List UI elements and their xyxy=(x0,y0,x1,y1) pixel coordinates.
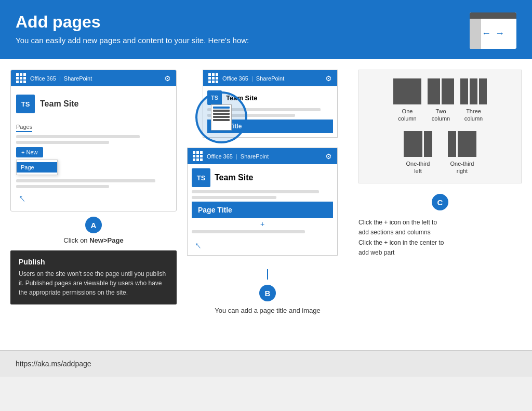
stacked-browsers: Office 365 | SharePoint ⚙ TS Team Site P… xyxy=(187,70,348,267)
footer-link[interactable]: https://aka.ms/addpage xyxy=(16,360,91,368)
col-3b-block xyxy=(470,78,477,104)
content-line-b5 xyxy=(192,230,305,233)
browser-mock-b-top: Office 365 | SharePoint ⚙ TS Team Site P… xyxy=(203,70,338,138)
publish-body: Users on the site won't see the page unt… xyxy=(19,269,168,297)
layout-one-third-right[interactable]: One-thirdright xyxy=(448,131,476,175)
arrow-up-left-icon: → xyxy=(13,190,31,208)
arrow-b-container: → xyxy=(188,240,337,255)
layout-three-column[interactable]: Threecolumn xyxy=(460,78,487,123)
publish-title: Publish xyxy=(19,258,168,266)
arrow-container-a: → xyxy=(16,192,171,206)
divider-b-bot: | xyxy=(236,153,237,160)
office365-label-a: Office 365 xyxy=(30,75,56,82)
third-left-small-block xyxy=(424,131,432,157)
icon-line-2 xyxy=(213,113,230,115)
c-line3: Click the + icon in the center to xyxy=(358,239,444,246)
gear-icon-b-bot: ⚙ xyxy=(325,152,332,161)
layout-one-column[interactable]: Onecolumn xyxy=(393,78,421,123)
browser-mock-b-bottom: Office 365 | SharePoint ⚙ TS Team Site P… xyxy=(187,148,338,256)
one-column-label: Onecolumn xyxy=(398,108,416,123)
c-line4: add web part xyxy=(358,249,394,256)
icon-line-4 xyxy=(213,119,230,121)
col-3c-block xyxy=(479,78,487,104)
header: Add pages You can easily add new pages a… xyxy=(0,0,532,59)
header-illustration: ← → xyxy=(470,12,516,49)
layout-grid: Onecolumn Twocolumn Threecolumn xyxy=(358,70,522,183)
c-line2: add sections and columns xyxy=(358,229,431,236)
section-c-description: Click the + icon on the left to add sect… xyxy=(358,218,522,258)
footer: https://aka.ms/addpage xyxy=(0,350,532,377)
step-text-pre: Click on xyxy=(63,236,89,244)
team-site-name-a: Team Site xyxy=(40,99,78,109)
circle-overlay xyxy=(195,91,247,143)
header-subtitle: You can easily add new pages and content… xyxy=(16,36,249,45)
col-2a-block xyxy=(428,78,440,104)
new-button[interactable]: + New xyxy=(16,147,43,157)
layout-two-column[interactable]: Twocolumn xyxy=(428,78,454,123)
sharepoint-label-b-bot: SharePoint xyxy=(241,153,269,160)
layout-one-third-left[interactable]: One-thirdleft xyxy=(404,131,432,175)
step-label-a: Click on New>Page xyxy=(10,236,177,244)
arrow-b-icon: → xyxy=(190,238,206,254)
content-line-3a xyxy=(16,179,155,182)
page-title-bar-bottom: Page Title xyxy=(192,202,333,218)
right-arrow-icon: → xyxy=(495,28,504,39)
browser-topbar-b-bottom: Office 365 | SharePoint ⚙ xyxy=(188,148,337,164)
badge-c-container: C xyxy=(358,189,522,214)
waffle-icon-b-top xyxy=(208,73,218,83)
page-icon xyxy=(211,104,232,130)
third-right-big-block xyxy=(458,131,476,157)
waffle-icon-b-bottom xyxy=(193,151,203,161)
content-line-1a xyxy=(16,135,140,138)
dropdown-menu-a: Page xyxy=(16,160,58,175)
browser-title-b-top: Office 365 | SharePoint xyxy=(222,75,284,82)
header-text: Add pages You can easily add new pages a… xyxy=(16,12,249,45)
navigation-arrows: ← → xyxy=(482,28,504,39)
three-column-label: Threecolumn xyxy=(464,108,483,123)
browser-body-b-top: TS Team Site Page Title xyxy=(203,86,337,137)
pages-nav-a[interactable]: Pages xyxy=(16,124,32,132)
dropdown-page-item[interactable]: Page xyxy=(17,162,57,173)
one-third-right-label: One-thirdright xyxy=(450,160,474,175)
two-column-label: Twocolumn xyxy=(432,108,450,123)
content-line-2a xyxy=(16,141,109,144)
left-panel-decoration xyxy=(470,19,481,49)
ts-avatar-a: TS xyxy=(16,95,35,113)
browser-topbar-a: Office 365 | SharePoint ⚙ xyxy=(11,70,176,86)
step-label-b: You can add a page title and image xyxy=(187,307,348,314)
third-right-small-block xyxy=(448,131,456,157)
badge-c: C xyxy=(432,194,448,210)
one-third-left-icon xyxy=(404,131,432,157)
content-line-b4 xyxy=(192,196,276,199)
main-content: Office 365 | SharePoint ⚙ TS Team Site P… xyxy=(0,59,532,350)
second-row-layouts: One-thirdleft One-thirdright xyxy=(367,131,513,175)
third-left-big-block xyxy=(404,131,422,157)
content-line-4a xyxy=(16,185,109,188)
left-arrow-icon: ← xyxy=(482,28,491,39)
icon-line-blue xyxy=(213,107,230,109)
site-header-a: TS Team Site xyxy=(16,91,171,116)
two-column-icon xyxy=(428,78,454,104)
browser-title-a: Office 365 | SharePoint xyxy=(30,75,92,82)
icon-line-3 xyxy=(213,116,230,118)
page-heading: Add pages xyxy=(16,12,249,32)
c-line1: Click the + icon on the left to xyxy=(358,219,437,226)
col-1-block xyxy=(393,78,421,104)
nav-bar-decoration xyxy=(470,12,516,19)
gear-icon-b-top: ⚙ xyxy=(325,74,332,83)
badge-b: B xyxy=(259,285,276,301)
icon-line-1 xyxy=(213,110,230,112)
one-third-left-label: One-thirdleft xyxy=(406,160,430,175)
office365-label-b-bot: Office 365 xyxy=(207,153,233,160)
divider-b-top: | xyxy=(251,75,253,82)
browser-body-a: TS Team Site Pages + New Page → xyxy=(11,86,176,211)
waffle-icon-a xyxy=(16,73,26,83)
one-third-right-icon xyxy=(448,131,476,157)
site-name-b-bottom: Team Site xyxy=(215,173,253,182)
three-column-icon xyxy=(460,78,487,104)
site-header-b-bottom: TS Team Site xyxy=(192,168,333,187)
browser-topbar-b-top: Office 365 | SharePoint ⚙ xyxy=(203,70,337,86)
plus-icon-bottom: + xyxy=(192,220,333,228)
browser-title-b-bottom: Office 365 | SharePoint xyxy=(207,153,269,160)
badge-b-container: B You can add a page title and image xyxy=(187,269,348,314)
